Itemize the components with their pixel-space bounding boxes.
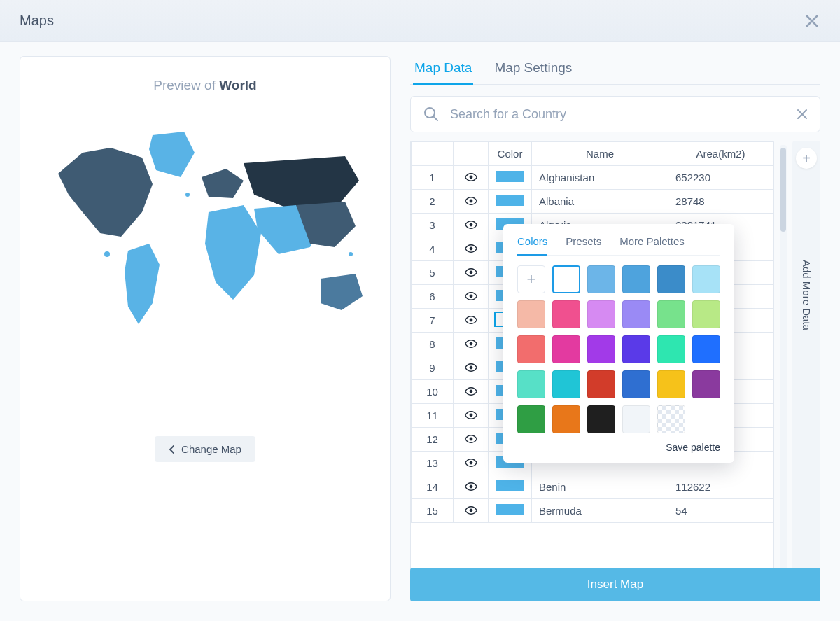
- clear-search-icon[interactable]: [795, 107, 809, 121]
- row-color-swatch[interactable]: [489, 190, 532, 214]
- add-more-data-panel[interactable]: + Add More Data: [792, 141, 820, 571]
- color-swatch[interactable]: [552, 370, 580, 398]
- visibility-toggle[interactable]: [454, 333, 489, 356]
- color-swatch[interactable]: [622, 370, 650, 398]
- color-swatch[interactable]: [517, 335, 545, 363]
- color-tab-more[interactable]: More Palettes: [620, 232, 685, 256]
- row-number: 3: [412, 214, 454, 237]
- col-color[interactable]: Color: [489, 142, 532, 166]
- svg-point-14: [469, 295, 472, 298]
- color-swatch[interactable]: [552, 405, 580, 433]
- svg-point-19: [469, 414, 472, 417]
- svg-point-23: [469, 509, 472, 512]
- row-number: 1: [412, 166, 454, 190]
- color-swatch[interactable]: [587, 300, 615, 328]
- preview-title: Preview of World: [153, 78, 256, 93]
- color-picker-popover: Colors Presets More Palettes + Save pale…: [503, 224, 734, 463]
- color-swatch[interactable]: [587, 265, 615, 293]
- close-icon[interactable]: [804, 13, 820, 29]
- row-number: 2: [412, 190, 454, 214]
- color-swatch[interactable]: [587, 405, 615, 433]
- color-swatch[interactable]: [622, 335, 650, 363]
- row-color-swatch[interactable]: [489, 475, 532, 499]
- insert-map-button[interactable]: Insert Map: [410, 568, 820, 601]
- visibility-toggle[interactable]: [454, 285, 489, 309]
- row-area[interactable]: 112622: [668, 475, 774, 499]
- col-area[interactable]: Area(km2): [668, 142, 774, 166]
- color-swatch[interactable]: [552, 265, 580, 293]
- visibility-toggle[interactable]: [454, 190, 489, 214]
- visibility-toggle[interactable]: [454, 261, 489, 285]
- visibility-toggle[interactable]: [454, 166, 489, 190]
- color-swatch[interactable]: [517, 370, 545, 398]
- change-map-label: Change Map: [181, 443, 241, 455]
- color-swatch[interactable]: [517, 300, 545, 328]
- visibility-toggle[interactable]: [454, 309, 489, 333]
- transparent-swatch[interactable]: [657, 405, 685, 433]
- table-row: 2Albania28748: [412, 190, 774, 214]
- color-swatch[interactable]: [517, 405, 545, 433]
- svg-point-10: [469, 200, 472, 203]
- row-name[interactable]: Albania: [532, 190, 668, 214]
- color-swatch[interactable]: [587, 335, 615, 363]
- color-swatch[interactable]: [587, 370, 615, 398]
- search-input[interactable]: [410, 96, 820, 132]
- visibility-toggle[interactable]: [454, 428, 489, 452]
- color-swatch[interactable]: [692, 370, 720, 398]
- col-name[interactable]: Name: [532, 142, 668, 166]
- row-color-swatch[interactable]: [489, 166, 532, 190]
- preview-panel: Preview of World: [20, 56, 391, 601]
- row-area[interactable]: 28748: [668, 190, 774, 214]
- color-swatch[interactable]: [622, 300, 650, 328]
- row-name[interactable]: Benin: [532, 475, 668, 499]
- table-row: 1Afghanistan652230: [412, 166, 774, 190]
- save-palette-link[interactable]: Save palette: [517, 442, 720, 453]
- add-more-data-label: Add More Data: [801, 260, 813, 330]
- row-color-swatch[interactable]: [489, 499, 532, 523]
- visibility-toggle[interactable]: [454, 356, 489, 380]
- visibility-toggle[interactable]: [454, 380, 489, 404]
- row-name[interactable]: Bermuda: [532, 499, 668, 523]
- visibility-toggle[interactable]: [454, 452, 489, 475]
- color-swatch[interactable]: [657, 300, 685, 328]
- color-swatch[interactable]: [622, 405, 650, 433]
- row-number: 4: [412, 237, 454, 261]
- add-column-button[interactable]: +: [796, 148, 817, 169]
- table-row: 14Benin112622: [412, 475, 774, 499]
- color-swatch[interactable]: [692, 300, 720, 328]
- color-tab-presets[interactable]: Presets: [566, 232, 601, 256]
- color-swatch[interactable]: [622, 265, 650, 293]
- color-tab-colors[interactable]: Colors: [517, 232, 547, 256]
- svg-point-20: [469, 438, 472, 441]
- color-swatch[interactable]: [692, 265, 720, 293]
- color-swatch[interactable]: [657, 335, 685, 363]
- preview-label-name: World: [219, 78, 256, 92]
- add-color-swatch[interactable]: +: [517, 265, 545, 293]
- visibility-toggle[interactable]: [454, 214, 489, 237]
- table-header-row: Color Name Area(km2): [412, 142, 774, 166]
- color-swatch[interactable]: [657, 370, 685, 398]
- row-area[interactable]: 652230: [668, 166, 774, 190]
- row-name[interactable]: Afghanistan: [532, 166, 668, 190]
- svg-point-22: [469, 485, 472, 489]
- visibility-toggle[interactable]: [454, 499, 489, 523]
- svg-point-9: [469, 176, 472, 179]
- color-swatch[interactable]: [552, 300, 580, 328]
- svg-point-15: [469, 319, 472, 322]
- visibility-toggle[interactable]: [454, 237, 489, 261]
- color-swatch[interactable]: [657, 265, 685, 293]
- tab-map-data[interactable]: Map Data: [413, 56, 473, 85]
- color-swatch[interactable]: [692, 335, 720, 363]
- tab-map-settings[interactable]: Map Settings: [493, 56, 573, 85]
- search-icon: [423, 106, 440, 123]
- vertical-scrollbar[interactable]: [780, 145, 787, 571]
- row-area[interactable]: 54: [668, 499, 774, 523]
- row-number: 8: [412, 333, 454, 356]
- row-number: 14: [412, 475, 454, 499]
- visibility-toggle[interactable]: [454, 404, 489, 428]
- color-swatch[interactable]: [552, 335, 580, 363]
- change-map-button[interactable]: Change Map: [155, 436, 255, 462]
- svg-point-12: [469, 247, 472, 251]
- tabs: Map Data Map Settings: [410, 56, 820, 85]
- visibility-toggle[interactable]: [454, 475, 489, 499]
